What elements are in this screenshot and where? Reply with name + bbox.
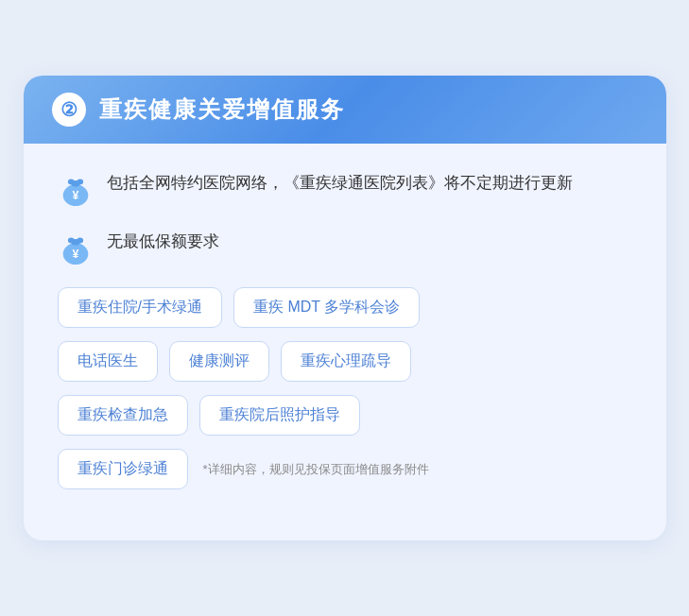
tag-exam-urgent[interactable]: 重疾检查加急 [58, 395, 188, 436]
info-item-2: ¥ 无最低保额要求 [58, 229, 632, 266]
card-header: ② 重疾健康关爱增值服务 [24, 76, 666, 144]
tag-psychology[interactable]: 重疾心理疏导 [281, 341, 411, 382]
info-text-1: 包括全网特约医院网络，《重疾绿通医院列表》将不定期进行更新 [107, 170, 573, 197]
tag-post-care[interactable]: 重疾院后照护指导 [199, 395, 360, 436]
card-content: ¥ 包括全网特约医院网络，《重疾绿通医院列表》将不定期进行更新 ¥ 无最低保额要… [24, 144, 666, 512]
money-bag-icon-1: ¥ [58, 172, 94, 208]
svg-text:¥: ¥ [72, 189, 78, 202]
tag-health-eval[interactable]: 健康测评 [169, 341, 269, 382]
tag-phone-doctor[interactable]: 电话医生 [58, 341, 158, 382]
money-bag-icon-2: ¥ [58, 231, 94, 266]
footnote-text: *详细内容，规则见投保页面增值服务附件 [203, 460, 429, 479]
tag-outpatient[interactable]: 重疾门诊绿通 [58, 449, 188, 489]
tag-row-2: 电话医生 健康测评 重疾心理疏导 [58, 341, 632, 382]
svg-text:¥: ¥ [72, 248, 78, 261]
tag-row-1: 重疾住院/手术绿通 重疾 MDT 多学科会诊 [58, 287, 632, 328]
tag-zhongji-hospital[interactable]: 重疾住院/手术绿通 [58, 287, 222, 328]
svg-point-10 [77, 238, 83, 244]
tag-mdt[interactable]: 重疾 MDT 多学科会诊 [233, 287, 420, 328]
info-item-1: ¥ 包括全网特约医院网络，《重疾绿通医院列表》将不定期进行更新 [58, 170, 632, 208]
svg-point-4 [77, 180, 83, 185]
svg-point-3 [67, 180, 74, 185]
tag-row-3: 重疾检查加急 重疾院后照护指导 [58, 395, 632, 436]
main-card: ② 重疾健康关爱增值服务 ¥ 包括全网特约医院网络，《重疾绿通医院列表》将不定期… [24, 76, 666, 540]
tags-section: 重疾住院/手术绿通 重疾 MDT 多学科会诊 电话医生 健康测评 重疾心理疏导 … [58, 287, 632, 489]
svg-point-9 [67, 238, 74, 244]
step-number: ② [52, 93, 86, 127]
info-text-2: 无最低保额要求 [107, 229, 219, 256]
card-title: 重疾健康关爱增值服务 [99, 94, 345, 125]
tag-row-4: 重疾门诊绿通 *详细内容，规则见投保页面增值服务附件 [58, 449, 632, 489]
